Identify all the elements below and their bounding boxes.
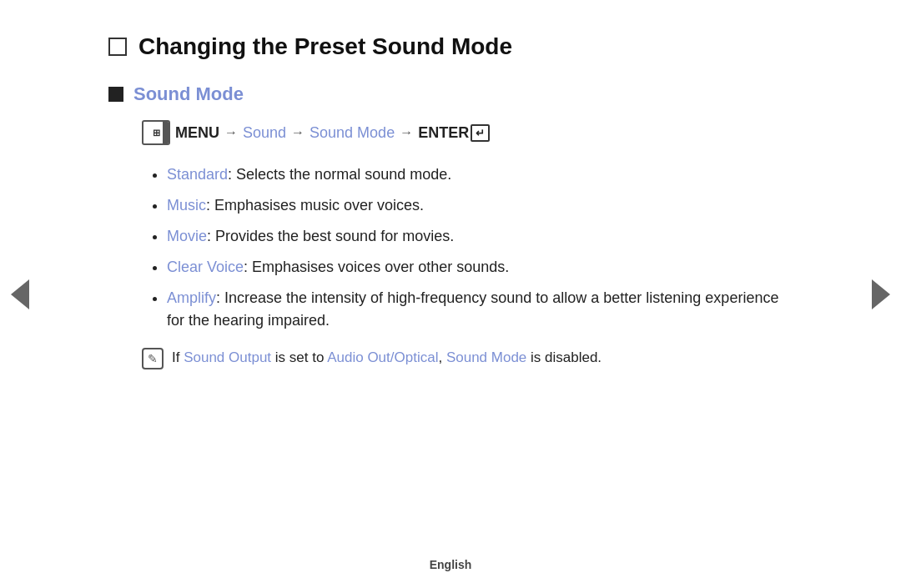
list-item: Amplify: Increase the intensity of high-… bbox=[167, 287, 793, 332]
note-row: ✎ If Sound Output is set to Audio Out/Op… bbox=[142, 347, 793, 369]
main-title-text: Changing the Preset Sound Mode bbox=[138, 33, 512, 60]
sound-link: Sound bbox=[243, 124, 286, 142]
note-icon: ✎ bbox=[142, 348, 164, 369]
menu-label: MENU bbox=[175, 124, 219, 142]
note-sound-output: Sound Output bbox=[184, 349, 271, 365]
nav-left-button[interactable] bbox=[8, 278, 32, 311]
list-item: Standard: Selects the normal sound mode. bbox=[167, 163, 793, 186]
note-sound-mode: Sound Mode bbox=[446, 349, 526, 365]
term-amplify: Amplify bbox=[167, 289, 216, 306]
enter-icon: ↵ bbox=[471, 124, 490, 142]
term-movie: Movie bbox=[167, 228, 207, 244]
left-arrow-icon bbox=[11, 279, 29, 309]
footer-text: English bbox=[430, 558, 472, 571]
menu-remote-icon: ⊞ bbox=[142, 120, 170, 145]
term-music: Music bbox=[167, 197, 206, 214]
note-text: If Sound Output is set to Audio Out/Opti… bbox=[172, 347, 602, 369]
main-title: Changing the Preset Sound Mode bbox=[108, 33, 793, 60]
arrow-3: → bbox=[400, 125, 413, 140]
arrow-2: → bbox=[291, 125, 305, 140]
bullet-list: Standard: Selects the normal sound mode.… bbox=[167, 163, 793, 332]
right-arrow-icon bbox=[872, 279, 890, 309]
footer: English bbox=[0, 558, 901, 571]
nav-right-button[interactable] bbox=[869, 278, 893, 311]
filled-square-icon bbox=[108, 87, 123, 102]
list-item: Movie: Provides the best sound for movie… bbox=[167, 225, 793, 248]
list-item: Music: Emphasises music over voices. bbox=[167, 194, 793, 217]
note-audio-out: Audio Out/Optical bbox=[327, 349, 438, 365]
menu-path: ⊞ MENU → Sound → Sound Mode → ENTER↵ bbox=[142, 120, 793, 145]
sound-mode-link: Sound Mode bbox=[310, 124, 395, 142]
checkbox-icon bbox=[108, 38, 127, 56]
term-standard: Standard bbox=[167, 166, 228, 183]
section-title: Sound Mode bbox=[108, 83, 793, 105]
section-title-text: Sound Mode bbox=[133, 83, 244, 105]
term-clear-voice: Clear Voice bbox=[167, 259, 244, 275]
list-item: Clear Voice: Emphasises voices over othe… bbox=[167, 256, 793, 279]
arrow-1: → bbox=[224, 125, 238, 140]
enter-label: ENTER↵ bbox=[418, 124, 490, 142]
